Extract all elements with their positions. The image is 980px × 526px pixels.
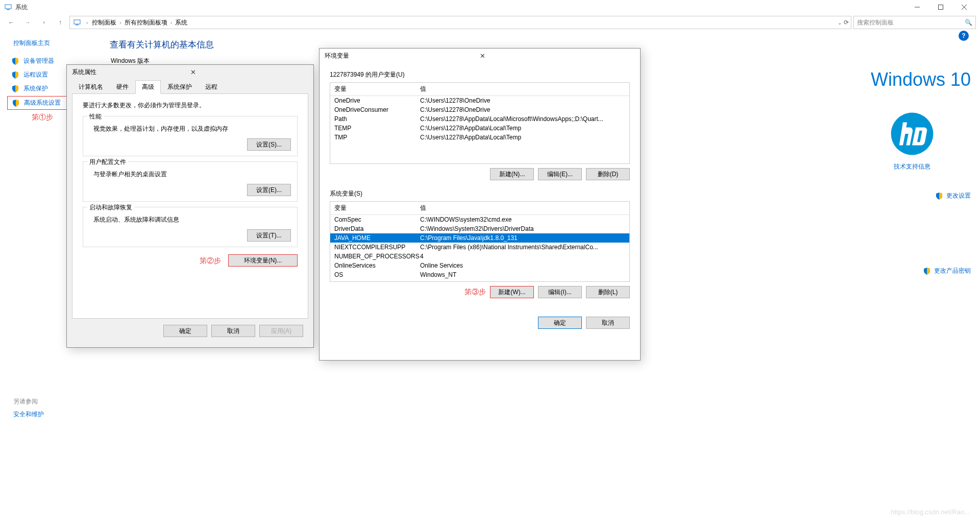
back-button[interactable]: ← [4, 16, 18, 29]
table-row[interactable]: JAVA_HOMEC:\Program Files\Java\jdk1.8.0_… [330, 233, 629, 243]
hp-support-link[interactable]: 技术支持信息 [853, 162, 971, 171]
var-name: JAVA_HOME [334, 234, 420, 242]
tab-computer-name[interactable]: 计算机名 [72, 80, 110, 94]
dialog-title: 环境变量 [325, 52, 480, 60]
user-profiles-settings-button[interactable]: 设置(E)... [247, 184, 291, 196]
table-header: 变量 值 [330, 83, 629, 96]
system-icon-small [73, 18, 81, 27]
group-title: 性能 [87, 112, 104, 121]
group-desc: 与登录帐户相关的桌面设置 [93, 170, 291, 179]
table-row[interactable]: ComSpecC:\WINDOWS\system32\cmd.exe [330, 215, 629, 224]
table-row[interactable]: OneDriveC:\Users\12278\OneDrive [330, 96, 629, 105]
tab-remote[interactable]: 远程 [199, 80, 224, 94]
tabs: 计算机名 硬件 高级 系统保护 远程 [72, 80, 308, 94]
step-3-annotation: 第③步 [464, 288, 486, 297]
var-value: C:\WINDOWS\system32\cmd.exe [420, 216, 625, 223]
ok-button[interactable]: 确定 [538, 317, 582, 329]
edit-system-var-button[interactable]: 编辑(I)... [538, 286, 582, 298]
new-system-var-button[interactable]: 新建(W)... [490, 286, 534, 298]
table-row[interactable]: PathC:\Program Files (x86)\Intel\iCLS Cl… [330, 279, 629, 282]
refresh-icon[interactable]: ⟳ [844, 19, 849, 26]
table-row[interactable]: NUMBER_OF_PROCESSORS4 [330, 252, 629, 261]
address-bar[interactable]: › 控制面板› 所有控制面板项› 系统 ⌄ ⟳ [69, 16, 851, 29]
tab-system-protection[interactable]: 系统保护 [161, 80, 199, 94]
close-icon[interactable]: ✕ [190, 68, 309, 76]
sidebar-item-label: 高级系统设置 [24, 99, 61, 107]
column-variable[interactable]: 变量 [334, 85, 420, 93]
change-product-key-link[interactable]: 更改产品密钥 [853, 267, 971, 275]
tab-advanced[interactable]: 高级 [135, 80, 161, 94]
change-settings-link[interactable]: 更改设置 [853, 192, 971, 200]
breadcrumb-item[interactable]: 控制面板 [90, 18, 118, 27]
var-value: Windows_NT [420, 271, 625, 278]
cancel-button[interactable]: 取消 [211, 325, 255, 337]
table-row[interactable]: OnlineServicesOnline Services [330, 261, 629, 270]
column-variable[interactable]: 变量 [334, 204, 420, 212]
user-variables-table[interactable]: 变量 值 OneDriveC:\Users\12278\OneDriveOneD… [330, 82, 630, 164]
titlebar: 系统 [0, 0, 980, 14]
apply-button[interactable]: 应用(A) [259, 325, 303, 337]
table-row[interactable]: OSWindows_NT [330, 270, 629, 279]
shield-icon [935, 192, 943, 200]
admin-notice: 要进行大多数更改，你必须作为管理员登录。 [83, 101, 298, 110]
var-value: C:\Users\12278\AppData\Local\Microsoft\W… [420, 115, 625, 123]
delete-system-var-button[interactable]: 删除(L) [586, 286, 630, 298]
system-variables-label: 系统变量(S) [330, 189, 630, 198]
control-panel-home-link[interactable]: 控制面板主页 [13, 39, 100, 47]
tab-hardware[interactable]: 硬件 [110, 80, 135, 94]
var-name: TMP [334, 134, 420, 141]
sidebar-item-label: 系统保护 [23, 84, 48, 93]
performance-settings-button[interactable]: 设置(S)... [247, 138, 291, 151]
minimize-button[interactable] [905, 0, 929, 14]
var-name: Path [334, 280, 420, 282]
ok-button[interactable]: 确定 [163, 325, 207, 337]
search-input[interactable]: 搜索控制面板 🔍 [853, 16, 976, 29]
breadcrumb-item[interactable]: 所有控制面板项 [122, 18, 169, 27]
close-button[interactable] [952, 0, 976, 14]
navigation-bar: ← → ▾ ↑ › 控制面板› 所有控制面板项› 系统 ⌄ ⟳ 搜索控制面板 🔍 [0, 14, 980, 32]
search-icon[interactable]: 🔍 [965, 19, 972, 26]
edit-user-var-button[interactable]: 编辑(E)... [538, 168, 582, 180]
dropdown-icon[interactable]: ⌄ [838, 20, 842, 26]
var-name: OneDrive [334, 97, 420, 104]
environment-variables-button[interactable]: 环境变量(N)... [228, 254, 298, 267]
table-row[interactable]: OneDriveConsumerC:\Users\12278\OneDrive [330, 105, 629, 114]
delete-user-var-button[interactable]: 删除(D) [586, 168, 630, 180]
table-row[interactable]: PathC:\Users\12278\AppData\Local\Microso… [330, 114, 629, 124]
maximize-button[interactable] [929, 0, 952, 14]
table-row[interactable]: DriverDataC:\Windows\System32\Drivers\Dr… [330, 224, 629, 233]
var-value: C:\Program Files (x86)\Intel\iCLS Client… [420, 280, 625, 282]
system-variables-table[interactable]: 变量 值 ComSpecC:\WINDOWS\system32\cmd.exeD… [330, 201, 630, 282]
sidebar-item-label: 设备管理器 [23, 57, 54, 65]
search-placeholder: 搜索控制面板 [857, 18, 965, 27]
security-maintenance-link[interactable]: 安全和维护 [13, 411, 44, 418]
column-value[interactable]: 值 [420, 204, 426, 212]
var-name: DriverData [334, 225, 420, 232]
var-value: C:\Users\12278\AppData\Local\Temp [420, 134, 625, 141]
startup-settings-button[interactable]: 设置(T)... [247, 229, 291, 242]
column-value[interactable]: 值 [420, 85, 426, 93]
table-row[interactable]: NIEXTCCOMPILERSUPPC:\Program Files (x86)… [330, 243, 629, 252]
var-name: OnlineServices [334, 262, 420, 269]
var-name: ComSpec [334, 216, 420, 223]
var-value: Online Services [420, 262, 625, 269]
shield-icon [11, 85, 19, 93]
var-value: C:\Windows\System32\Drivers\DriverData [420, 225, 625, 232]
cancel-button[interactable]: 取消 [586, 317, 630, 329]
forward-button[interactable]: → [20, 16, 35, 29]
group-title: 用户配置文件 [87, 158, 128, 166]
table-row[interactable]: TEMPC:\Users\12278\AppData\Local\Temp [330, 124, 629, 133]
new-user-var-button[interactable]: 新建(N)... [490, 168, 534, 180]
chevron-right-icon: › [86, 20, 88, 26]
table-row[interactable]: TMPC:\Users\12278\AppData\Local\Temp [330, 133, 629, 142]
see-also-title: 另请参阅 [13, 397, 44, 406]
dialog-titlebar[interactable]: 环境变量 ✕ [320, 49, 640, 63]
dialog-titlebar[interactable]: 系统属性 ✕ [67, 65, 313, 80]
system-var-buttons: 第③步 新建(W)... 编辑(I)... 删除(L) [330, 286, 630, 298]
breadcrumb-item[interactable]: 系统 [173, 18, 189, 27]
performance-group: 性能 视觉效果，处理器计划，内存使用，以及虚拟内存 设置(S)... [83, 116, 298, 156]
close-icon[interactable]: ✕ [480, 52, 635, 60]
up-button[interactable]: ↑ [53, 16, 67, 29]
recent-dropdown[interactable]: ▾ [37, 16, 51, 29]
chevron-right-icon: › [170, 20, 172, 26]
